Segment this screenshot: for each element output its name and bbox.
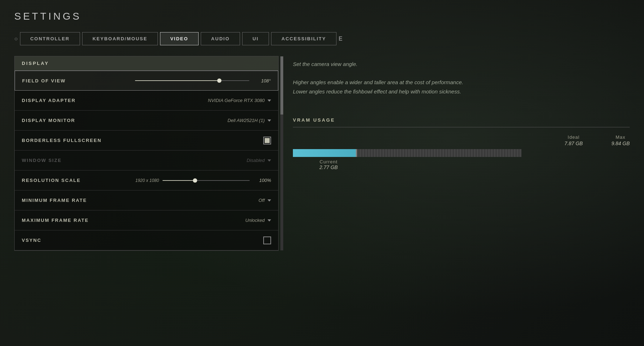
window-size-dropdown: Disabled [246, 158, 271, 163]
tab-video[interactable]: VIDEO [160, 32, 199, 45]
vram-max-value: 9.84 GB [611, 141, 630, 146]
display-monitor-label: DISPLAY MONITOR [22, 118, 75, 123]
vram-max-name: Max [611, 134, 630, 140]
scrollbar-thumb[interactable] [280, 56, 283, 115]
left-panel: DISPLAY FIELD OF VIEW 108° DISPLAY ADAPT… [14, 56, 279, 251]
setting-row-fov[interactable]: FIELD OF VIEW 108° [15, 71, 278, 91]
settings-container: DISPLAY FIELD OF VIEW 108° DISPLAY ADAPT… [14, 56, 279, 251]
setting-row-display-monitor[interactable]: DISPLAY MONITOR Dell AW2521H (1) [15, 111, 278, 131]
vram-current-name: Current [293, 159, 364, 164]
display-adapter-value: NVIDIA GeForce RTX 3080 [208, 98, 265, 103]
description-block: Set the camera view angle. Higher angles… [293, 60, 630, 96]
max-frame-rate-dropdown[interactable]: Unlocked [245, 218, 271, 223]
fov-slider-track[interactable] [135, 80, 249, 81]
min-frame-rate-label: MINIMUM FRAME RATE [22, 198, 87, 203]
setting-row-borderless[interactable]: BORDERLESS FULLSCREEN [15, 131, 278, 151]
fov-slider-container[interactable]: 108° [135, 78, 271, 83]
vram-max-label-item: Max 9.84 GB [611, 134, 630, 146]
display-monitor-value: Dell AW2521H (1) [228, 118, 265, 123]
window-size-value: Disabled [246, 158, 265, 163]
resolution-slider-fill [163, 180, 193, 181]
min-frame-rate-dropdown[interactable]: Off [259, 198, 271, 203]
vram-bar-remaining [357, 149, 521, 157]
min-frame-rate-value: Off [259, 198, 265, 203]
description-line3: Lower angles reduce the fishbowl effect … [293, 87, 630, 96]
tab-accessibility[interactable]: ACCESSIBILITY [271, 32, 336, 45]
vram-ideal-marker [356, 149, 357, 157]
resolution-text: 1920 x 1080 [135, 178, 159, 183]
setting-row-display-adapter[interactable]: DISPLAY ADAPTER NVIDIA GeForce RTX 3080 [15, 91, 278, 111]
resolution-slider-thumb[interactable] [193, 178, 197, 183]
right-panel: Set the camera view angle. Higher angles… [293, 56, 630, 251]
tab-keyboard[interactable]: KEYBOARD/MOUSE [82, 32, 158, 45]
vram-current-container: Current 2.77 GB [293, 159, 364, 170]
fov-value: 108° [253, 78, 271, 83]
vram-bar-used [293, 149, 357, 157]
setting-row-vsync[interactable]: VSYNC [15, 230, 278, 250]
vram-ideal-value: 7.87 GB [564, 141, 583, 146]
window-size-arrow [268, 159, 271, 162]
max-frame-rate-value: Unlocked [245, 218, 265, 223]
description-line1: Set the camera view angle. [293, 60, 630, 69]
display-monitor-dropdown[interactable]: Dell AW2521H (1) [228, 118, 271, 123]
fov-slider-fill [135, 80, 217, 81]
vram-current-value: 2.77 GB [293, 164, 364, 170]
display-adapter-dropdown[interactable]: NVIDIA GeForce RTX 3080 [208, 98, 271, 103]
display-adapter-arrow [268, 100, 271, 102]
description-line2: Higher angles enable a wider and taller … [293, 78, 630, 87]
window-size-label: WINDOW SIZE [22, 158, 62, 163]
tabs-row: ○ CONTROLLER KEYBOARD/MOUSE VIDEO AUDIO … [14, 32, 630, 45]
vsync-label: VSYNC [22, 238, 41, 243]
setting-row-max-frame-rate[interactable]: MAXIMUM FRAME RATE Unlocked [15, 210, 278, 230]
borderless-checkbox[interactable] [263, 137, 271, 144]
vram-labels: Ideal 7.87 GB Max 9.84 GB [293, 134, 630, 146]
setting-row-window-size: WINDOW SIZE Disabled [15, 151, 278, 171]
min-frame-rate-arrow [268, 199, 271, 202]
main-layout: DISPLAY FIELD OF VIEW 108° DISPLAY ADAPT… [14, 56, 630, 251]
tab-bracket-left: ○ [14, 36, 18, 42]
resolution-scale-slider-container[interactable]: 1920 x 1080 100% [135, 178, 271, 183]
display-monitor-arrow [268, 119, 271, 122]
tab-bracket-right: E [339, 36, 343, 42]
setting-row-min-frame-rate[interactable]: MINIMUM FRAME RATE Off [15, 190, 278, 210]
tab-audio[interactable]: AUDIO [201, 32, 240, 45]
vram-ideal-label-item: Ideal 7.87 GB [564, 134, 583, 146]
resolution-scale-label: RESOLUTION SCALE [22, 178, 81, 183]
setting-row-resolution-scale[interactable]: RESOLUTION SCALE 1920 x 1080 100% [15, 171, 278, 190]
vram-section: VRAM USAGE Ideal 7.87 GB Max 9.84 GB [293, 117, 630, 170]
vsync-checkbox[interactable] [263, 236, 271, 244]
page-title: SETTINGS [14, 11, 630, 22]
scrollbar[interactable] [280, 56, 283, 250]
max-frame-rate-arrow [268, 219, 271, 222]
vram-title: VRAM USAGE [293, 117, 630, 123]
fov-label: FIELD OF VIEW [22, 78, 66, 83]
vram-bar [293, 149, 521, 157]
display-adapter-label: DISPLAY ADAPTER [22, 98, 76, 103]
vram-divider [293, 127, 630, 127]
max-frame-rate-label: MAXIMUM FRAME RATE [22, 218, 89, 223]
vram-ideal-name: Ideal [564, 134, 583, 140]
resolution-value: 100% [253, 178, 271, 183]
fov-slider-thumb[interactable] [217, 78, 221, 83]
tab-controller[interactable]: CONTROLLER [20, 32, 80, 45]
resolution-slider-track[interactable] [163, 180, 250, 181]
tab-ui[interactable]: UI [242, 32, 269, 45]
section-header: DISPLAY [15, 56, 278, 71]
borderless-label: BORDERLESS FULLSCREEN [22, 138, 101, 143]
